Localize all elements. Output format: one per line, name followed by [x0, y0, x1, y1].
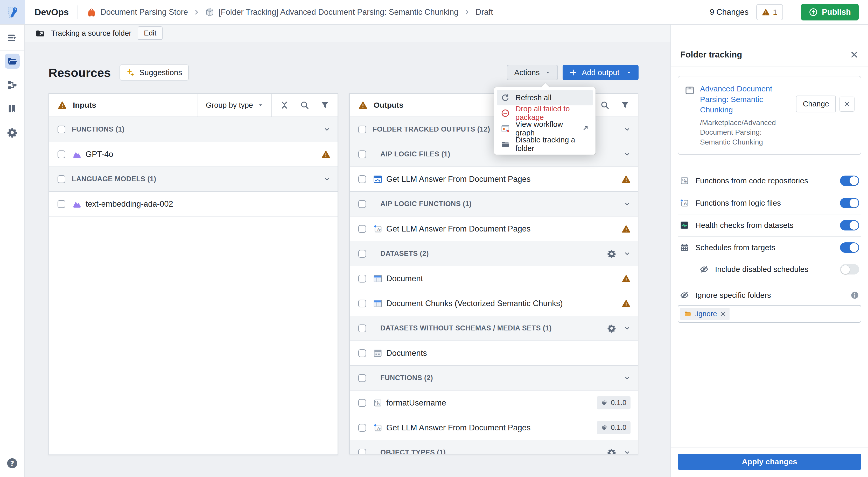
row-checkbox[interactable] — [358, 200, 366, 208]
row-checkbox[interactable] — [358, 424, 366, 432]
page-title: Resources — [49, 66, 111, 80]
changes-count: 9 Changes — [710, 7, 748, 17]
row-checkbox[interactable] — [358, 449, 366, 455]
toggle-switch[interactable] — [840, 264, 859, 274]
group-label: DATASETS WITHOUT SCHEMAS / MEDIA SETS (1… — [380, 324, 552, 332]
resource-row[interactable]: Document Chunks (Vectorized Semantic Chu… — [350, 291, 638, 316]
group-row[interactable]: OBJECT TYPES (1) — [350, 440, 638, 454]
chevron-down-icon[interactable] — [624, 250, 630, 257]
chevron-down-icon[interactable] — [624, 325, 630, 332]
chevron-down-icon[interactable] — [624, 126, 630, 133]
row-checkbox[interactable] — [358, 175, 366, 183]
menu-item[interactable]: Refresh all — [497, 90, 593, 105]
sidebar-item-settings-gear[interactable] — [5, 125, 20, 140]
resource-row[interactable]: Documents — [350, 341, 638, 366]
row-checkbox[interactable] — [358, 126, 366, 133]
row-checkbox[interactable] — [358, 349, 366, 357]
info-icon[interactable] — [850, 291, 859, 300]
sidebar-item-workflow[interactable] — [5, 77, 20, 93]
menu-item[interactable]: Disable tracking a folder — [497, 136, 593, 152]
group-row-controls — [624, 201, 630, 207]
group-row[interactable]: DATASETS WITHOUT SCHEMAS / MEDIA SETS (1… — [350, 316, 638, 341]
group-row[interactable]: FUNCTIONS (1) — [49, 117, 338, 142]
gear-icon[interactable] — [607, 448, 616, 455]
row-checkbox[interactable] — [58, 175, 65, 183]
warning-icon — [622, 225, 630, 233]
row-checkbox[interactable] — [358, 225, 366, 233]
sidebar-item-library[interactable] — [5, 101, 20, 116]
breadcrumb-item[interactable]: [Folder Tracking] Advanced Document Pars… — [205, 7, 458, 17]
tracked-source-link[interactable]: Advanced Document Parsing: Semantic Chun… — [700, 83, 785, 115]
resource-row[interactable]: GPT-4o — [49, 142, 338, 167]
remove-chip-icon[interactable] — [720, 311, 726, 317]
breadcrumb-item[interactable]: Document Parsing Store — [87, 7, 188, 17]
resource-row[interactable]: fxGet LLM Answer From Document Pages — [350, 216, 638, 241]
chevron-down-icon[interactable] — [323, 176, 330, 182]
group-row[interactable]: AIP LOGIC FUNCTIONS (1) — [350, 192, 638, 216]
warnings-badge[interactable]: 1 — [756, 4, 783, 20]
sidebar-item-menu[interactable] — [5, 30, 20, 45]
remove-source-button[interactable] — [839, 97, 855, 112]
row-checkbox[interactable] — [358, 325, 366, 332]
gear-icon[interactable] — [607, 324, 616, 333]
row-checkbox[interactable] — [358, 300, 366, 307]
row-checkbox[interactable] — [58, 200, 65, 208]
row-checkbox[interactable] — [58, 150, 65, 158]
actions-button[interactable]: Actions — [507, 65, 558, 80]
row-checkbox[interactable] — [358, 275, 366, 282]
toggle-switch[interactable] — [840, 220, 859, 231]
group-row[interactable]: FUNCTIONS (2) — [350, 366, 638, 390]
screen: DevOps Document Parsing Store[Folder Tra… — [0, 0, 868, 477]
sidebar-item-folder-open[interactable] — [5, 54, 20, 69]
menu-item-label: Drop all failed to package — [516, 105, 589, 122]
close-icon[interactable] — [850, 50, 859, 59]
chevron-down-icon[interactable] — [624, 201, 630, 207]
chevron-down-icon[interactable] — [624, 449, 630, 455]
change-button[interactable]: Change — [796, 96, 836, 112]
row-checkbox[interactable] — [58, 126, 65, 133]
search-icon[interactable] — [600, 101, 609, 109]
resource-row[interactable]: Document — [350, 266, 638, 291]
apply-changes-button[interactable]: Apply changes — [678, 454, 861, 470]
version-label: 0.1.0 — [611, 399, 626, 407]
resource-row[interactable]: fxformatUsername0.1.0 — [350, 390, 638, 415]
collapse-all-icon[interactable] — [280, 101, 289, 109]
filter-icon[interactable] — [621, 101, 629, 109]
group-label: DATASETS (2) — [380, 250, 429, 258]
row-checkbox[interactable] — [358, 399, 366, 407]
breadcrumb-item[interactable]: Draft — [475, 7, 493, 17]
search-icon[interactable] — [300, 101, 309, 109]
app-logo[interactable] — [0, 0, 25, 24]
row-checkbox[interactable] — [358, 250, 366, 258]
group-row-controls — [624, 151, 630, 158]
toggle-switch[interactable] — [840, 176, 859, 186]
publish-icon — [809, 8, 818, 16]
chevron-down-icon[interactable] — [624, 151, 630, 158]
resource-row[interactable]: Get LLM Answer From Document Pages — [350, 167, 638, 192]
group-by-select[interactable]: Group by type — [197, 94, 271, 116]
gear-icon[interactable] — [607, 249, 616, 258]
dataset-icon — [373, 299, 382, 308]
row-checkbox[interactable] — [358, 374, 366, 382]
group-row[interactable]: LANGUAGE MODELS (1) — [49, 167, 338, 192]
edit-button[interactable]: Edit — [138, 26, 162, 40]
app-title: DevOps — [34, 7, 69, 18]
chevron-down-icon[interactable] — [624, 375, 630, 381]
filter-icon[interactable] — [320, 101, 329, 109]
menu-item[interactable]: Drop all failed to package — [497, 105, 593, 121]
menu-item[interactable]: View workflow graph — [497, 121, 593, 136]
row-checkbox[interactable] — [358, 150, 366, 158]
toggle-switch[interactable] — [840, 242, 859, 253]
toggle-switch[interactable] — [840, 198, 859, 208]
ignore-folders-input[interactable]: .ignore — [678, 305, 861, 323]
add-output-button[interactable]: Add output — [563, 65, 639, 80]
chevron-down-icon[interactable] — [323, 126, 330, 133]
main-area: Resources Suggestions Actions Add output — [25, 42, 671, 477]
help-button[interactable]: ? — [6, 457, 18, 470]
resource-row[interactable]: fxGet LLM Answer From Document Pages0.1.… — [350, 415, 638, 440]
group-row[interactable]: DATASETS (2) — [350, 241, 638, 266]
warning-icon — [622, 175, 630, 183]
publish-button[interactable]: Publish — [801, 4, 859, 21]
suggestions-button[interactable]: Suggestions — [120, 65, 189, 80]
resource-row[interactable]: text-embedding-ada-002 — [49, 192, 338, 216]
